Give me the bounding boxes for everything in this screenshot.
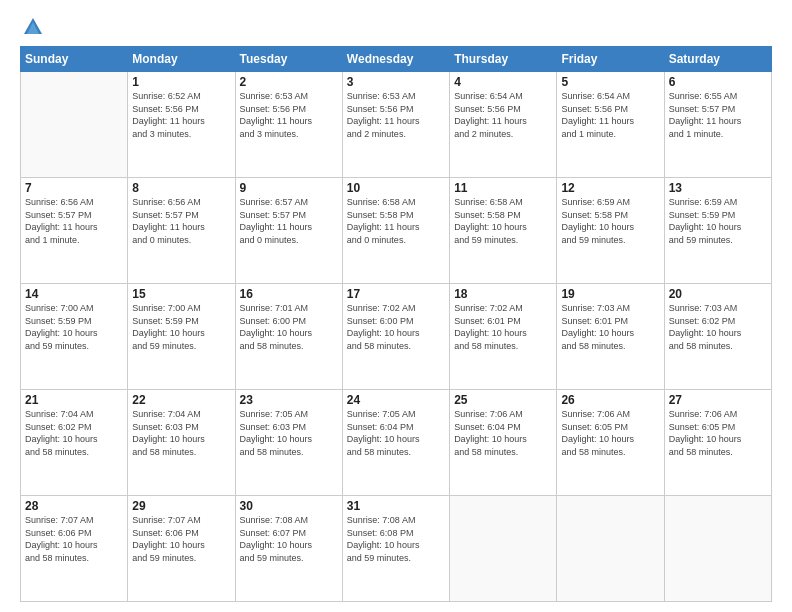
day-number: 8 [132, 181, 230, 195]
day-number: 27 [669, 393, 767, 407]
day-info: Sunrise: 7:07 AMSunset: 6:06 PMDaylight:… [25, 514, 123, 564]
header-row: SundayMondayTuesdayWednesdayThursdayFrid… [21, 47, 772, 72]
day-info: Sunrise: 7:05 AMSunset: 6:03 PMDaylight:… [240, 408, 338, 458]
day-number: 3 [347, 75, 445, 89]
day-number: 17 [347, 287, 445, 301]
day-cell [664, 496, 771, 602]
day-number: 6 [669, 75, 767, 89]
day-cell: 10Sunrise: 6:58 AMSunset: 5:58 PMDayligh… [342, 178, 449, 284]
day-number: 19 [561, 287, 659, 301]
day-cell [21, 72, 128, 178]
day-number: 10 [347, 181, 445, 195]
day-number: 16 [240, 287, 338, 301]
day-cell: 30Sunrise: 7:08 AMSunset: 6:07 PMDayligh… [235, 496, 342, 602]
day-info: Sunrise: 7:08 AMSunset: 6:08 PMDaylight:… [347, 514, 445, 564]
day-info: Sunrise: 6:52 AMSunset: 5:56 PMDaylight:… [132, 90, 230, 140]
day-info: Sunrise: 6:57 AMSunset: 5:57 PMDaylight:… [240, 196, 338, 246]
page: SundayMondayTuesdayWednesdayThursdayFrid… [0, 0, 792, 612]
day-cell [450, 496, 557, 602]
day-cell [557, 496, 664, 602]
day-number: 5 [561, 75, 659, 89]
day-info: Sunrise: 7:00 AMSunset: 5:59 PMDaylight:… [132, 302, 230, 352]
day-info: Sunrise: 7:08 AMSunset: 6:07 PMDaylight:… [240, 514, 338, 564]
day-info: Sunrise: 6:59 AMSunset: 5:59 PMDaylight:… [669, 196, 767, 246]
day-cell: 31Sunrise: 7:08 AMSunset: 6:08 PMDayligh… [342, 496, 449, 602]
day-cell: 7Sunrise: 6:56 AMSunset: 5:57 PMDaylight… [21, 178, 128, 284]
day-info: Sunrise: 7:07 AMSunset: 6:06 PMDaylight:… [132, 514, 230, 564]
day-cell: 6Sunrise: 6:55 AMSunset: 5:57 PMDaylight… [664, 72, 771, 178]
day-number: 28 [25, 499, 123, 513]
day-number: 12 [561, 181, 659, 195]
day-info: Sunrise: 6:59 AMSunset: 5:58 PMDaylight:… [561, 196, 659, 246]
day-cell: 16Sunrise: 7:01 AMSunset: 6:00 PMDayligh… [235, 284, 342, 390]
day-number: 11 [454, 181, 552, 195]
day-number: 22 [132, 393, 230, 407]
day-cell: 26Sunrise: 7:06 AMSunset: 6:05 PMDayligh… [557, 390, 664, 496]
day-number: 1 [132, 75, 230, 89]
day-cell: 9Sunrise: 6:57 AMSunset: 5:57 PMDaylight… [235, 178, 342, 284]
day-number: 14 [25, 287, 123, 301]
header [20, 16, 772, 38]
day-number: 31 [347, 499, 445, 513]
day-cell: 20Sunrise: 7:03 AMSunset: 6:02 PMDayligh… [664, 284, 771, 390]
day-cell: 23Sunrise: 7:05 AMSunset: 6:03 PMDayligh… [235, 390, 342, 496]
calendar-table: SundayMondayTuesdayWednesdayThursdayFrid… [20, 46, 772, 602]
day-info: Sunrise: 7:04 AMSunset: 6:02 PMDaylight:… [25, 408, 123, 458]
day-number: 29 [132, 499, 230, 513]
day-cell: 3Sunrise: 6:53 AMSunset: 5:56 PMDaylight… [342, 72, 449, 178]
header-cell-monday: Monday [128, 47, 235, 72]
week-row-3: 14Sunrise: 7:00 AMSunset: 5:59 PMDayligh… [21, 284, 772, 390]
logo [20, 16, 44, 38]
day-cell: 29Sunrise: 7:07 AMSunset: 6:06 PMDayligh… [128, 496, 235, 602]
header-cell-thursday: Thursday [450, 47, 557, 72]
day-info: Sunrise: 7:06 AMSunset: 6:04 PMDaylight:… [454, 408, 552, 458]
day-info: Sunrise: 6:58 AMSunset: 5:58 PMDaylight:… [347, 196, 445, 246]
day-cell: 27Sunrise: 7:06 AMSunset: 6:05 PMDayligh… [664, 390, 771, 496]
day-cell: 14Sunrise: 7:00 AMSunset: 5:59 PMDayligh… [21, 284, 128, 390]
day-info: Sunrise: 7:06 AMSunset: 6:05 PMDaylight:… [669, 408, 767, 458]
day-cell: 18Sunrise: 7:02 AMSunset: 6:01 PMDayligh… [450, 284, 557, 390]
day-cell: 17Sunrise: 7:02 AMSunset: 6:00 PMDayligh… [342, 284, 449, 390]
day-info: Sunrise: 7:04 AMSunset: 6:03 PMDaylight:… [132, 408, 230, 458]
day-number: 20 [669, 287, 767, 301]
day-info: Sunrise: 7:02 AMSunset: 6:00 PMDaylight:… [347, 302, 445, 352]
day-info: Sunrise: 6:53 AMSunset: 5:56 PMDaylight:… [240, 90, 338, 140]
day-number: 9 [240, 181, 338, 195]
header-cell-saturday: Saturday [664, 47, 771, 72]
day-info: Sunrise: 6:56 AMSunset: 5:57 PMDaylight:… [25, 196, 123, 246]
day-cell: 15Sunrise: 7:00 AMSunset: 5:59 PMDayligh… [128, 284, 235, 390]
day-number: 23 [240, 393, 338, 407]
header-cell-tuesday: Tuesday [235, 47, 342, 72]
day-number: 13 [669, 181, 767, 195]
day-cell: 8Sunrise: 6:56 AMSunset: 5:57 PMDaylight… [128, 178, 235, 284]
day-info: Sunrise: 6:56 AMSunset: 5:57 PMDaylight:… [132, 196, 230, 246]
day-number: 2 [240, 75, 338, 89]
day-cell: 19Sunrise: 7:03 AMSunset: 6:01 PMDayligh… [557, 284, 664, 390]
header-cell-wednesday: Wednesday [342, 47, 449, 72]
day-cell: 12Sunrise: 6:59 AMSunset: 5:58 PMDayligh… [557, 178, 664, 284]
day-number: 30 [240, 499, 338, 513]
day-cell: 13Sunrise: 6:59 AMSunset: 5:59 PMDayligh… [664, 178, 771, 284]
day-number: 25 [454, 393, 552, 407]
day-cell: 24Sunrise: 7:05 AMSunset: 6:04 PMDayligh… [342, 390, 449, 496]
header-cell-friday: Friday [557, 47, 664, 72]
day-cell: 2Sunrise: 6:53 AMSunset: 5:56 PMDaylight… [235, 72, 342, 178]
day-number: 24 [347, 393, 445, 407]
day-number: 15 [132, 287, 230, 301]
week-row-5: 28Sunrise: 7:07 AMSunset: 6:06 PMDayligh… [21, 496, 772, 602]
day-number: 7 [25, 181, 123, 195]
day-info: Sunrise: 7:00 AMSunset: 5:59 PMDaylight:… [25, 302, 123, 352]
day-number: 21 [25, 393, 123, 407]
day-cell: 25Sunrise: 7:06 AMSunset: 6:04 PMDayligh… [450, 390, 557, 496]
day-info: Sunrise: 6:58 AMSunset: 5:58 PMDaylight:… [454, 196, 552, 246]
week-row-1: 1Sunrise: 6:52 AMSunset: 5:56 PMDaylight… [21, 72, 772, 178]
logo-icon [22, 16, 44, 38]
week-row-4: 21Sunrise: 7:04 AMSunset: 6:02 PMDayligh… [21, 390, 772, 496]
day-number: 4 [454, 75, 552, 89]
day-info: Sunrise: 7:03 AMSunset: 6:01 PMDaylight:… [561, 302, 659, 352]
day-info: Sunrise: 7:05 AMSunset: 6:04 PMDaylight:… [347, 408, 445, 458]
day-cell: 22Sunrise: 7:04 AMSunset: 6:03 PMDayligh… [128, 390, 235, 496]
day-number: 26 [561, 393, 659, 407]
day-info: Sunrise: 7:03 AMSunset: 6:02 PMDaylight:… [669, 302, 767, 352]
day-cell: 1Sunrise: 6:52 AMSunset: 5:56 PMDaylight… [128, 72, 235, 178]
